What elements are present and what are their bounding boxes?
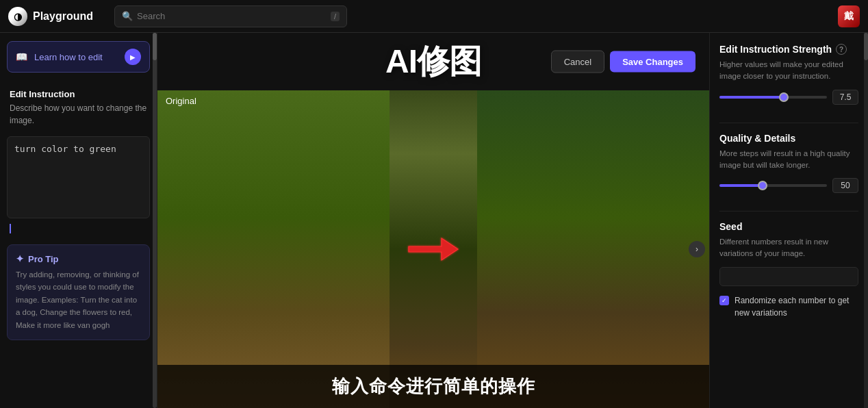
pro-tip-text: Try adding, removing, or thinking of sty… [16, 268, 141, 331]
edit-instruction-desc: Describe how you want to change the imag… [10, 102, 147, 127]
right-scrollbar-track [864, 33, 868, 408]
play-icon: ▶ [125, 49, 141, 65]
seed-header: Seed [719, 221, 858, 232]
seed-input[interactable] [719, 267, 858, 286]
arrow-container [390, 90, 478, 408]
quality-slider-thumb[interactable] [758, 181, 767, 190]
pro-tip-title: Pro Tip [28, 254, 59, 264]
avatar: 戴 [838, 5, 860, 27]
seed-section: Seed Different numbers result in new var… [719, 221, 858, 319]
quality-slider-fill [719, 184, 763, 187]
edit-strength-slider-track[interactable] [719, 96, 827, 99]
book-icon: 📖 [16, 51, 27, 62]
action-buttons: Cancel Save Changes [551, 51, 695, 73]
left-sidebar: 📖 Learn how to edit ▶ Edit Instruction D… [0, 33, 157, 408]
center-top-bar: AI修图 Cancel Save Changes [157, 33, 709, 90]
left-scrollbar-track [153, 33, 157, 408]
topnav: ◑ Playground 🔍 / 戴 [0, 0, 868, 33]
center-area: AI修图 Cancel Save Changes Original [157, 33, 709, 408]
subtitle-overlay: 输入命令进行简单的操作 [157, 365, 709, 408]
edit-strength-header: Edit Instruction Strength ? [719, 44, 858, 55]
edit-strength-slider-row: 7.5 [719, 90, 858, 105]
image-area: Original [157, 90, 709, 408]
quality-value: 50 [832, 178, 858, 193]
sparkle-icon: ✦ [16, 253, 24, 264]
edit-strength-slider-thumb[interactable] [779, 92, 789, 102]
logo-area: ◑ Playground [8, 7, 114, 26]
quality-desc: More steps will result in a high quality… [719, 148, 858, 172]
direction-arrow [406, 229, 461, 270]
cursor-indicator [10, 224, 11, 233]
randomize-checkbox[interactable]: ✓ [719, 296, 729, 305]
moto-right-bg [477, 90, 709, 408]
original-label: Original [166, 96, 196, 106]
search-bar[interactable]: 🔍 / [114, 5, 347, 27]
chevron-right-button[interactable]: › [689, 241, 705, 257]
edit-instruction-textarea[interactable]: turn color to green [7, 136, 150, 218]
randomize-row: ✓ Randomize each number to get new varia… [719, 294, 858, 319]
right-sidebar: Edit Instruction Strength ? Higher value… [709, 33, 868, 408]
seed-title: Seed [719, 221, 742, 232]
image-canvas: 输入命令进行简单的操作 › [157, 90, 709, 408]
frog-scene: 输入命令进行简单的操作 [157, 90, 709, 408]
edit-instruction-title: Edit Instruction [10, 89, 147, 99]
left-scrollbar-thumb [153, 33, 157, 60]
seed-desc: Different numbers result in new variatio… [719, 236, 858, 260]
pro-tip-header: ✦ Pro Tip [16, 253, 141, 264]
moto-left-bg [157, 90, 390, 408]
save-changes-button[interactable]: Save Changes [610, 51, 695, 73]
search-input[interactable] [137, 11, 327, 21]
edit-strength-info-icon[interactable]: ? [836, 44, 847, 55]
edit-strength-section: Edit Instruction Strength ? Higher value… [719, 44, 858, 105]
logo-icon: ◑ [8, 7, 27, 26]
randomize-label: Randomize each number to get new variati… [735, 294, 858, 319]
logo-text: Playground [33, 10, 93, 23]
edit-strength-desc: Higher values will make your edited imag… [719, 59, 858, 83]
pro-tip-box: ✦ Pro Tip Try adding, removing, or think… [7, 244, 150, 340]
edit-strength-value: 7.5 [832, 90, 858, 105]
search-icon: 🔍 [122, 11, 133, 21]
divider-1 [719, 123, 858, 123]
quality-title: Quality & Details [719, 133, 795, 144]
frog-right [477, 90, 709, 408]
edit-strength-slider-fill [719, 96, 784, 99]
frog-left [157, 90, 390, 408]
quality-slider-row: 50 [719, 178, 858, 193]
divider-2 [719, 211, 858, 212]
quality-slider-track[interactable] [719, 184, 827, 187]
quality-header: Quality & Details [719, 133, 858, 144]
quality-section: Quality & Details More steps will result… [719, 133, 858, 194]
edit-strength-title: Edit Instruction Strength [719, 44, 832, 55]
learn-how-to-edit-button[interactable]: 📖 Learn how to edit ▶ [7, 41, 150, 73]
subtitle-text: 输入命令进行简单的操作 [332, 376, 535, 396]
cancel-button[interactable]: Cancel [551, 51, 604, 73]
right-scrollbar-thumb [864, 33, 868, 60]
learn-btn-label: Learn how to edit [34, 52, 103, 62]
main-layout: 📖 Learn how to edit ▶ Edit Instruction D… [0, 33, 868, 408]
search-slash: / [331, 12, 340, 21]
edit-instruction-section: Edit Instruction Describe how you want t… [0, 81, 157, 131]
page-title: AI修图 [385, 40, 481, 84]
nav-right: 戴 [838, 5, 860, 27]
